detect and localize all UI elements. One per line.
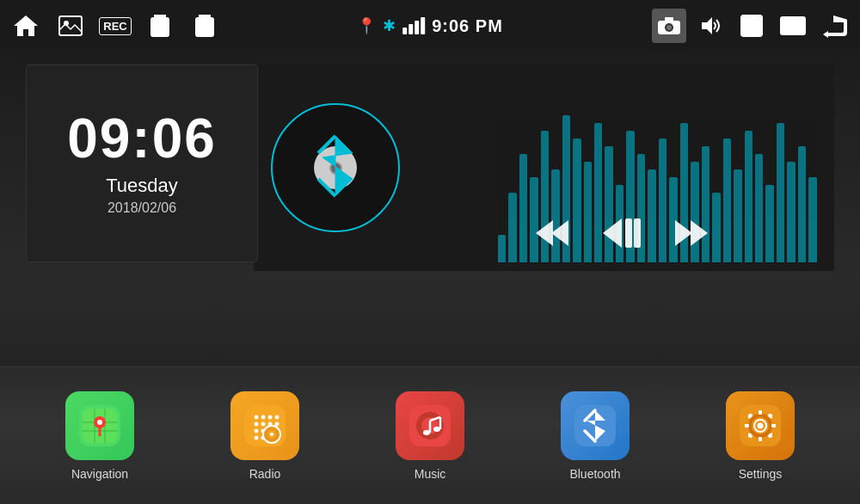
app-item-navigation[interactable]: Navigation [48,391,151,481]
navigation-label: Navigation [71,467,128,481]
svg-rect-23 [634,218,641,248]
clock-widget: 09:06 Tuesday 2018/02/06 [26,65,258,262]
radio-icon-bg [230,391,299,460]
widgets-row: 09:06 Tuesday 2018/02/06 [0,52,860,366]
svg-point-46 [255,435,259,439]
clock-day: Tuesday [106,175,178,197]
svg-marker-19 [551,220,568,246]
status-left-icons: REC [9,9,222,43]
navigation-icon [65,391,134,460]
main-content: 09:06 Tuesday 2018/02/06 [0,52,860,504]
svg-rect-67 [745,424,749,427]
settings-icon-bg [726,391,795,460]
screen-button[interactable] [776,9,810,43]
svg-point-50 [270,433,273,436]
svg-point-39 [255,421,259,426]
app-item-radio[interactable]: Radio [213,391,316,481]
rewind-button[interactable] [536,220,568,252]
svg-marker-21 [603,218,622,248]
svg-point-38 [275,415,280,419]
sim2-icon [187,9,222,43]
close-button[interactable] [734,9,769,43]
gallery-icon[interactable] [53,9,88,43]
status-bar: REC 📍 ✱ [0,0,860,52]
rec-badge[interactable]: REC [98,9,132,43]
bluetooth-status-icon: ✱ [383,16,396,35]
app-item-settings[interactable]: Settings [709,391,812,481]
music-icon-bg [396,391,464,460]
svg-rect-66 [759,437,762,441]
app-item-music[interactable]: Music [378,391,482,481]
sim1-icon [143,9,177,43]
svg-rect-5 [196,18,213,36]
svg-marker-12 [702,17,712,34]
svg-point-42 [275,421,280,426]
time-display: 9:06 PM [432,16,503,36]
wifi-icon [402,17,425,34]
svg-point-64 [758,422,764,428]
camera-button[interactable] [652,9,686,43]
svg-point-33 [97,420,102,425]
svg-point-37 [268,415,273,419]
bluetooth-label: Bluetooth [569,467,620,481]
bluetooth-logo [310,132,361,204]
clock-date: 2018/02/06 [108,200,176,216]
fast-forward-button[interactable] [675,220,708,252]
svg-marker-25 [691,220,708,246]
svg-rect-68 [771,424,776,427]
status-right-icons[interactable] [652,9,851,43]
svg-rect-0 [59,16,82,35]
svg-rect-2 [151,18,169,36]
home-button[interactable] [9,9,43,43]
music-widget [254,65,834,271]
svg-rect-22 [625,218,632,248]
status-center: 📍 ✱ 9:06 PM [357,16,503,36]
settings-label: Settings [739,467,783,481]
bluetooth-circle [271,103,400,232]
svg-point-43 [255,428,259,433]
svg-point-36 [261,415,266,419]
svg-point-40 [261,421,266,426]
playback-controls [408,218,834,254]
svg-rect-18 [789,31,796,34]
app-dock: Navigation [0,366,860,504]
svg-marker-24 [675,220,692,246]
volume-button[interactable] [693,9,728,43]
svg-marker-20 [536,220,553,246]
music-label: Music [415,467,446,481]
location-icon: 📍 [357,16,376,35]
bluetooth-app-icon [561,391,630,460]
back-button[interactable] [817,9,851,43]
play-pause-button[interactable] [603,218,641,254]
app-item-bluetooth[interactable]: Bluetooth [544,391,647,481]
svg-point-35 [255,415,259,419]
svg-point-10 [666,25,672,30]
clock-time: 09:06 [67,111,217,166]
svg-rect-65 [759,410,762,415]
svg-rect-11 [665,17,673,22]
radio-label: Radio [249,467,281,481]
